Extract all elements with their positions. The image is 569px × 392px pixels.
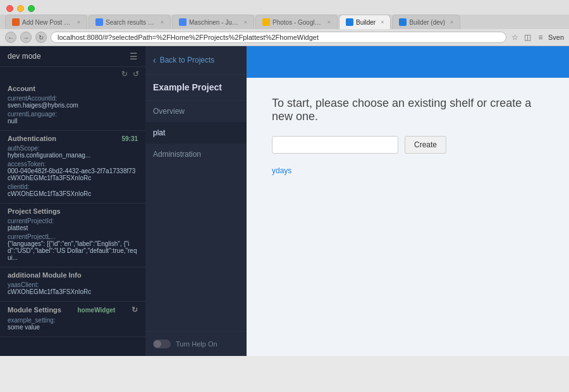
yaas-client-key: yaasClient: <box>8 281 138 288</box>
browser-tab-tab1[interactable]: Add New Post × hybris lab...× <box>5 15 87 29</box>
current-language-row: currentLanguage: null <box>8 111 138 125</box>
tab-favicon-tab5 <box>346 18 353 26</box>
nav-item-overview[interactable]: Overview <box>145 101 247 122</box>
account-section: Account currentAccountId: sven.haiges@hy… <box>0 81 145 131</box>
nav-item-administration[interactable]: Administration <box>145 144 247 165</box>
url-input[interactable]: localhost:8080/#?selectedPath=%2FHome%2F… <box>51 32 506 43</box>
back-button[interactable]: ← <box>5 32 16 43</box>
account-id-row: currentAccountId: sven.haiges@hybris.com <box>8 95 138 109</box>
turn-help-toggle[interactable]: Turn Help On <box>153 340 239 348</box>
example-setting-val: some value <box>8 324 138 331</box>
module-settings-title-row: Module Settings homeWidget ↻ <box>8 305 138 314</box>
client-id-row: clientId: cWXOhEGMc1fTa3FSXnIoRc <box>8 183 138 197</box>
close-window-button[interactable] <box>6 5 13 12</box>
nav-item-plat[interactable]: plat <box>145 122 247 144</box>
browser-tab-tab4[interactable]: Photos - Google Photos× <box>255 15 338 29</box>
shelf-input-row: Create <box>272 136 544 154</box>
example-setting-key: example_setting: <box>8 317 138 324</box>
project-id-row: currentProjectId: plattest <box>8 217 138 231</box>
module-info-title: additional Module Info <box>8 271 138 279</box>
auth-title-row: Authentication 59:31 <box>8 135 138 142</box>
auth-section: Authentication 59:31 authScope: hybris.c… <box>0 131 145 204</box>
reader-icon[interactable]: ◫ <box>523 32 533 42</box>
tab-favicon-tab2 <box>95 18 103 26</box>
project-title: Project Settings <box>8 207 138 215</box>
module-settings-icon[interactable]: ↻ <box>132 305 138 314</box>
browser-tab-tab5[interactable]: Builder× <box>339 15 391 29</box>
current-language-val: null <box>8 118 138 125</box>
client-id-key: clientId: <box>8 183 138 190</box>
sync-icon[interactable]: ↺ <box>133 70 139 78</box>
client-id-val: cWXOhEGMc1fTa3FSXnIoRc <box>8 190 138 197</box>
module-settings-section: Module Settings homeWidget ↻ example_set… <box>0 302 145 337</box>
shelf-link[interactable]: ydays <box>272 166 544 175</box>
access-token-row: accessToken: 000-040e482f-6bd2-4432-aec3… <box>8 161 138 181</box>
project-langs-row: currentProjectL... {"languages": [{"id":… <box>8 233 138 261</box>
auth-scope-key: authScope: <box>8 145 138 152</box>
toggle-knob <box>154 340 161 348</box>
project-title-nav: Example Project <box>145 75 247 101</box>
back-to-projects-label: Back to Projects <box>160 56 215 64</box>
auth-title: Authentication <box>8 135 56 142</box>
back-arrow-icon: ‹ <box>153 55 156 65</box>
tab-close-tab2[interactable]: × <box>161 19 164 25</box>
hamburger-icon[interactable]: ☰ <box>130 51 138 61</box>
user-label: Sven <box>548 34 564 41</box>
browser-chrome: Add New Post × hybris lab...×Search resu… <box>0 0 569 46</box>
shelf-name-input[interactable] <box>272 136 398 154</box>
reload-button[interactable]: ↻ <box>35 32 47 43</box>
auth-badge: 59:31 <box>121 135 138 142</box>
project-langs-key: currentProjectL... <box>8 233 138 240</box>
access-token-key: accessToken: <box>8 161 138 168</box>
auth-scope-val: hybris.configuration_manag... <box>8 152 138 159</box>
browser-tab-tab6[interactable]: Builder (dev)× <box>392 15 460 29</box>
tab-label-tab4: Photos - Google Photos <box>272 19 322 26</box>
auth-scope-row: authScope: hybris.configuration_manag... <box>8 145 138 159</box>
dev-panel: dev mode ☰ ↻ ↺ Account currentAccountId:… <box>0 46 145 356</box>
dev-header: dev mode ☰ <box>0 46 145 67</box>
create-shelf-button[interactable]: Create <box>405 136 446 154</box>
minimize-window-button[interactable] <box>17 5 24 12</box>
project-section: Project Settings currentProjectId: platt… <box>0 204 145 267</box>
back-to-projects-button[interactable]: ‹ Back to Projects <box>145 46 247 75</box>
browser-tab-tab3[interactable]: Maschinen - Juli - Google ...× <box>172 15 254 29</box>
star-icon[interactable]: ☆ <box>510 32 520 42</box>
tab-favicon-tab3 <box>179 18 187 26</box>
current-language-key: currentLanguage: <box>8 111 138 118</box>
main-body: To start, please choose an existing shel… <box>247 78 569 356</box>
nav-bottom: Turn Help On <box>145 331 247 356</box>
address-bar: ← → ↻ localhost:8080/#?selectedPath=%2FH… <box>0 29 569 46</box>
main-top-bar <box>247 46 569 78</box>
tab-close-tab1[interactable]: × <box>77 19 80 25</box>
dev-mode-label: dev mode <box>8 52 41 61</box>
module-info-section: additional Module Info yaasClient: cWXOh… <box>0 267 145 302</box>
main-content: To start, please choose an existing shel… <box>247 46 569 356</box>
tab-close-tab5[interactable]: × <box>381 19 384 25</box>
refresh-icon[interactable]: ↻ <box>121 70 128 78</box>
project-id-val: plattest <box>8 224 138 231</box>
account-title: Account <box>8 85 138 92</box>
browser-tab-tab2[interactable]: Search results - Google D...× <box>89 15 171 29</box>
tab-label-tab3: Maschinen - Juli - Google ... <box>189 19 239 26</box>
fullscreen-window-button[interactable] <box>28 5 35 12</box>
tab-label-tab6: Builder (dev) <box>409 19 445 26</box>
tab-favicon-tab1 <box>12 18 20 26</box>
app-container: dev mode ☰ ↻ ↺ Account currentAccountId:… <box>0 46 569 356</box>
help-toggle-label: Turn Help On <box>176 340 217 348</box>
example-setting-row: example_setting: some value <box>8 317 138 331</box>
account-id-val: sven.haiges@hybris.com <box>8 102 138 109</box>
tab-close-tab6[interactable]: × <box>450 19 453 25</box>
tab-label-tab1: Add New Post × hybris lab... <box>22 19 72 26</box>
menu-icon[interactable]: ≡ <box>535 32 546 42</box>
project-langs-val: {"languages": [{"id":"en","label":"Engli… <box>8 240 138 261</box>
forward-button[interactable]: → <box>20 32 32 43</box>
help-toggle-switch[interactable] <box>153 340 171 348</box>
tab-label-tab5: Builder <box>356 19 376 26</box>
toolbar-right: ☆ ◫ ≡ Sven <box>510 32 564 42</box>
tab-close-tab3[interactable]: × <box>244 19 247 25</box>
tab-favicon-tab6 <box>399 18 407 26</box>
module-settings-title: Module Settings <box>8 306 61 314</box>
tab-close-tab4[interactable]: × <box>327 19 331 25</box>
shelf-prompt: To start, please choose an existing shel… <box>272 97 544 123</box>
access-token-val: 000-040e482f-6bd2-4432-aec3-2f7a17338f73… <box>8 168 138 181</box>
